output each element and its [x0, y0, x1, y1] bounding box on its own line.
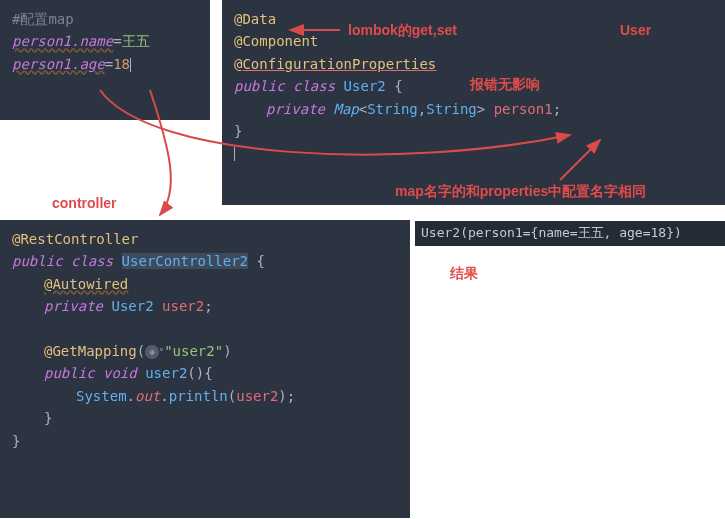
prop-key-age: person1.age — [12, 56, 105, 72]
brace-close: } — [234, 123, 242, 139]
anno-data: @Data — [234, 11, 276, 27]
anno-getmapping: @GetMapping — [44, 343, 137, 359]
prop-val-name: 王五 — [122, 33, 150, 49]
user-class-name: User2 — [344, 78, 386, 94]
type-map: Map — [333, 101, 358, 117]
prop-key-name: person1.name — [12, 33, 113, 49]
result-text: User2(person1={name=王五, age=18}) — [421, 225, 682, 240]
println-arg: user2 — [236, 388, 278, 404]
field-user2: user2 — [162, 298, 204, 314]
kw-class: class — [293, 78, 335, 94]
controller-class-name: UserController2 — [122, 253, 248, 269]
field-person1: person1 — [494, 101, 553, 117]
label-lombok: lombok的get,set — [348, 22, 457, 40]
result-output-panel: User2(person1={name=王五, age=18}) — [415, 221, 725, 246]
label-map-note: map名字的和properties中配置名字相同 — [395, 183, 646, 201]
label-user-title: User — [620, 22, 651, 38]
label-controller-title: controller — [52, 195, 117, 211]
anno-autowired: @Autowired — [44, 276, 128, 292]
type-string1: String — [367, 101, 418, 117]
kw-private: private — [266, 101, 325, 117]
type-user2: User2 — [111, 298, 153, 314]
properties-comment: #配置map — [12, 11, 74, 27]
anno-config: ConfigurationProperties — [242, 56, 436, 72]
globe-icon: ⊕ — [145, 345, 159, 359]
properties-code-panel: #配置map person1.name=王五 person1.age=18 — [0, 0, 210, 120]
kw-public: public — [234, 78, 285, 94]
anno-component: @Component — [234, 33, 318, 49]
method-user2: user2 — [145, 365, 187, 381]
label-config-note: 报错无影响 — [470, 76, 540, 94]
type-string2: String — [426, 101, 477, 117]
controller-code-panel: @RestController public class UserControl… — [0, 220, 410, 518]
prop-val-age: 18 — [113, 56, 130, 72]
anno-rest: @RestController — [12, 231, 138, 247]
label-result-title: 结果 — [450, 265, 478, 283]
mapping-value: "user2" — [164, 343, 223, 359]
brace-open: { — [394, 78, 402, 94]
